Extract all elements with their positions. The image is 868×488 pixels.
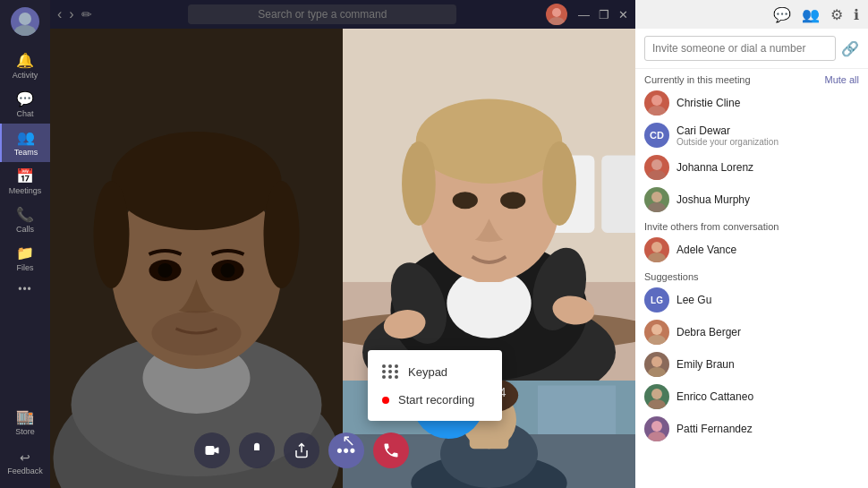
keypad-label: Keypad <box>408 365 447 379</box>
more-apps-icon: ••• <box>18 283 32 295</box>
svg-point-31 <box>542 141 576 226</box>
svg-point-17 <box>152 311 242 355</box>
participant-enrico[interactable]: Enrico Cattaneo <box>635 381 868 413</box>
start-recording-label: Start recording <box>398 393 474 407</box>
svg-point-29 <box>416 99 562 184</box>
svg-point-57 <box>651 356 662 367</box>
invite-input[interactable] <box>644 36 836 61</box>
nav-controls: ‹ › <box>57 6 74 22</box>
participant-avatar-enrico <box>644 384 669 409</box>
svg-point-59 <box>651 389 662 399</box>
minimize-button[interactable]: — <box>578 8 590 21</box>
participants-panel: 💬 👥 ⚙ ℹ 🔗 Currently in this meeting Mute… <box>635 0 868 488</box>
svg-point-56 <box>648 335 666 345</box>
participant-patti[interactable]: Patti Fernandez <box>635 413 868 445</box>
participant-christie[interactable]: Christie Cline <box>635 87 868 119</box>
invite-row: 🔗 <box>635 29 868 69</box>
participant-name-adele: Adele Vance <box>677 244 736 256</box>
maximize-button[interactable]: ❐ <box>599 8 609 21</box>
titlebar: ‹ › ✏ — ❐ ✕ <box>50 0 635 29</box>
participant-name-christie: Christie Cline <box>677 97 740 109</box>
participant-name-joshua: Joshua Murphy <box>677 193 750 206</box>
suggestions-section-label: Suggestions <box>635 266 868 284</box>
nav-back-button[interactable]: ‹ <box>57 6 62 22</box>
svg-point-2 <box>552 8 561 17</box>
participant-debra[interactable]: Debra Berger <box>635 316 868 348</box>
in-meeting-section-label: Currently in this meeting Mute all <box>635 69 868 87</box>
panel-people-icon[interactable]: 👥 <box>802 6 820 23</box>
svg-point-10 <box>112 132 282 230</box>
participant-name-johanna: Johanna Lorenz <box>677 161 753 174</box>
participant-avatar-joshua <box>644 187 669 212</box>
sidebar-item-meetings[interactable]: 📅 Meetings <box>0 162 50 201</box>
keypad-menu-item[interactable]: Keypad <box>368 357 502 386</box>
sidebar-item-teams[interactable]: 👥 Teams <box>0 124 50 162</box>
close-button[interactable]: ✕ <box>618 8 628 21</box>
svg-point-48 <box>648 106 666 116</box>
participant-lee[interactable]: LG Lee Gu <box>635 284 868 316</box>
participant-name-cari: Cari Dewar <box>677 124 779 137</box>
participant-emily[interactable]: Emily Braun <box>635 348 868 381</box>
copy-link-icon[interactable]: 🔗 <box>841 40 859 57</box>
svg-point-0 <box>19 13 31 25</box>
main-content: ‹ › ✏ — ❐ ✕ <box>50 0 635 488</box>
compose-icon[interactable]: ✏ <box>81 7 92 21</box>
svg-point-32 <box>453 192 478 209</box>
participant-name-debra: Debra Berger <box>677 326 741 338</box>
svg-point-12 <box>264 181 300 288</box>
participant-avatar-patti <box>644 416 669 441</box>
user-profile-avatar[interactable] <box>546 4 567 25</box>
svg-point-62 <box>648 432 666 441</box>
nav-forward-button[interactable]: › <box>69 6 73 22</box>
mute-all-button[interactable]: Mute all <box>824 74 859 85</box>
search-input[interactable] <box>188 4 456 24</box>
calls-icon: 📞 <box>16 206 34 223</box>
teams-icon: 👥 <box>17 129 35 146</box>
invite-from-conv-section-label: Invite others from conversation <box>635 216 868 234</box>
svg-point-54 <box>648 253 666 262</box>
secondary-video-feed <box>343 29 635 381</box>
mic-button[interactable] <box>239 432 275 468</box>
svg-point-61 <box>651 421 662 432</box>
panel-settings-icon[interactable]: ⚙ <box>830 6 843 23</box>
sidebar: 🔔 Activity 💬 Chat 👥 Teams 📅 Meetings 📞 C… <box>0 0 50 488</box>
svg-point-55 <box>651 324 662 335</box>
panel-toolbar: 💬 👥 ⚙ ℹ <box>635 0 868 29</box>
panel-chat-icon[interactable]: 💬 <box>773 6 791 23</box>
video-call-area: cot 04 Keypad <box>50 29 635 488</box>
sidebar-item-store[interactable]: 🏬 Store <box>7 403 43 441</box>
participant-avatar-lee: LG <box>644 287 669 312</box>
activity-icon: 🔔 <box>16 52 34 69</box>
participant-cari[interactable]: CD Cari Dewar Outside your organization <box>635 119 868 151</box>
participant-joshua[interactable]: Joshua Murphy <box>635 184 868 216</box>
end-call-button[interactable] <box>373 432 409 468</box>
start-recording-menu-item[interactable]: Start recording <box>368 386 502 414</box>
participant-name-emily: Emily Braun <box>677 358 735 371</box>
participant-name-patti: Patti Fernandez <box>677 423 753 435</box>
panel-info-icon[interactable]: ℹ <box>854 6 859 23</box>
camera-button[interactable] <box>194 432 230 468</box>
feedback-icon: ↩ <box>20 450 30 465</box>
more-options-button[interactable]: ••• <box>328 432 364 468</box>
sidebar-item-chat[interactable]: 💬 Chat <box>0 85 50 124</box>
video-background <box>50 29 343 488</box>
svg-point-58 <box>648 367 666 377</box>
sidebar-item-files[interactable]: 📁 Files <box>0 239 50 278</box>
svg-point-60 <box>648 399 666 409</box>
participant-johanna[interactable]: Johanna Lorenz <box>635 151 868 184</box>
participant-avatar-adele <box>644 237 669 262</box>
participant-avatar-debra <box>644 320 669 345</box>
svg-point-52 <box>648 202 666 212</box>
svg-point-15 <box>158 263 173 278</box>
participant-avatar-johanna <box>644 155 669 180</box>
participant-adele[interactable]: Adele Vance <box>635 234 868 266</box>
sidebar-item-calls[interactable]: 📞 Calls <box>0 201 50 239</box>
participant-avatar-cari: CD <box>644 123 669 148</box>
sidebar-item-activity[interactable]: 🔔 Activity <box>0 47 50 85</box>
sidebar-item-more[interactable]: ••• <box>0 278 50 301</box>
sidebar-item-feedback[interactable]: ↩ Feedback <box>7 445 43 481</box>
svg-point-51 <box>651 192 662 202</box>
svg-rect-22 <box>601 155 635 232</box>
user-avatar[interactable] <box>11 7 39 36</box>
share-button[interactable] <box>284 432 319 468</box>
